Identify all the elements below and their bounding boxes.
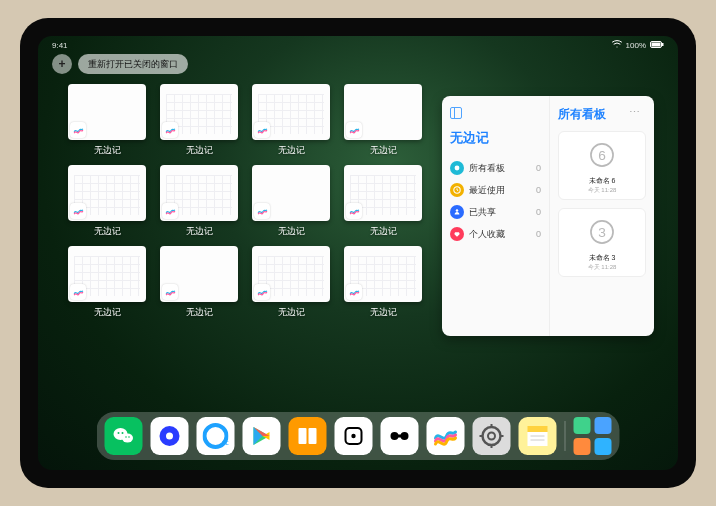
svg-point-17 bbox=[166, 433, 173, 440]
freeform-icon bbox=[254, 203, 270, 219]
svg-point-5 bbox=[456, 209, 459, 212]
battery-icon bbox=[650, 41, 664, 50]
window-preview bbox=[344, 84, 422, 140]
board-name: 未命名 3 bbox=[589, 253, 616, 263]
window-preview bbox=[252, 246, 330, 302]
window-thumbnail[interactable]: 无边记 bbox=[344, 165, 422, 238]
board-item[interactable]: 3 未命名 3 今天 11:28 bbox=[558, 208, 646, 277]
category-count: 0 bbox=[536, 207, 541, 217]
category-row[interactable]: 已共享 0 bbox=[450, 201, 541, 223]
dock-app-dice[interactable] bbox=[335, 417, 373, 455]
window-label: 无边记 bbox=[94, 144, 121, 157]
svg-text:HD: HD bbox=[222, 440, 229, 446]
window-thumbnail[interactable]: 无边记 bbox=[344, 84, 422, 157]
category-icon bbox=[450, 183, 464, 197]
window-thumbnail[interactable]: 无边记 bbox=[160, 246, 238, 319]
window-preview bbox=[160, 246, 238, 302]
dock-app-books[interactable] bbox=[289, 417, 327, 455]
dock-app-quark[interactable] bbox=[151, 417, 189, 455]
window-label: 无边记 bbox=[186, 306, 213, 319]
freeform-icon bbox=[346, 284, 362, 300]
window-thumbnail[interactable]: 无边记 bbox=[160, 165, 238, 238]
window-preview bbox=[252, 165, 330, 221]
svg-point-27 bbox=[483, 427, 501, 445]
window-thumbnail[interactable]: 无边记 bbox=[160, 84, 238, 157]
freeform-icon bbox=[162, 203, 178, 219]
category-label: 已共享 bbox=[469, 206, 496, 219]
window-thumbnail[interactable]: 无边记 bbox=[252, 84, 330, 157]
freeform-icon bbox=[346, 122, 362, 138]
board-item[interactable]: 6 未命名 6 今天 11:28 bbox=[558, 131, 646, 200]
dock-app-browser[interactable]: HD bbox=[197, 417, 235, 455]
category-label: 最近使用 bbox=[469, 184, 505, 197]
category-count: 0 bbox=[536, 163, 541, 173]
panel-title: 无边记 bbox=[450, 129, 541, 147]
dock-app-settings[interactable] bbox=[473, 417, 511, 455]
category-row[interactable]: 个人收藏 0 bbox=[450, 223, 541, 245]
open-windows-grid: 无边记 无边记 无边记 无边记 无边记 无边记 无边记 无边记 bbox=[68, 84, 428, 319]
board-meta: 今天 11:28 bbox=[588, 186, 617, 195]
category-label: 个人收藏 bbox=[469, 228, 505, 241]
svg-rect-34 bbox=[528, 432, 548, 446]
panel-boards: 所有看板 6 未命名 6 今天 11:28 3 未命名 3 今天 11:28 bbox=[550, 96, 654, 336]
status-time: 9:41 bbox=[52, 41, 68, 50]
dock-app-freeform[interactable] bbox=[427, 417, 465, 455]
svg-rect-1 bbox=[652, 42, 661, 46]
window-controls: + 重新打开已关闭的窗口 bbox=[52, 54, 188, 74]
svg-point-23 bbox=[351, 434, 355, 438]
freeform-icon bbox=[162, 284, 178, 300]
add-window-button[interactable]: + bbox=[52, 54, 72, 74]
freeform-icon bbox=[70, 122, 86, 138]
board-preview: 3 bbox=[578, 213, 626, 251]
category-row[interactable]: 所有看板 0 bbox=[450, 157, 541, 179]
window-preview bbox=[160, 165, 238, 221]
window-label: 无边记 bbox=[186, 144, 213, 157]
dock-app-play[interactable] bbox=[243, 417, 281, 455]
category-icon bbox=[450, 227, 464, 241]
category-label: 所有看板 bbox=[469, 162, 505, 175]
window-thumbnail[interactable]: 无边记 bbox=[252, 246, 330, 319]
category-row[interactable]: 最近使用 0 bbox=[450, 179, 541, 201]
dock-separator bbox=[565, 421, 566, 451]
dock-app-connect[interactable] bbox=[381, 417, 419, 455]
svg-point-13 bbox=[122, 432, 124, 434]
category-icon bbox=[450, 161, 464, 175]
svg-point-3 bbox=[455, 166, 460, 171]
more-options-icon[interactable]: ⋯ bbox=[629, 106, 641, 119]
window-thumbnail[interactable]: 无边记 bbox=[344, 246, 422, 319]
dock-app-wechat[interactable] bbox=[105, 417, 143, 455]
sidebar-toggle-icon[interactable] bbox=[450, 107, 462, 119]
svg-rect-20 bbox=[299, 428, 307, 444]
window-thumbnail[interactable]: 无边记 bbox=[252, 165, 330, 238]
ipad-device: 9:41 100% + 重新打开已关闭的窗口 无边记 bbox=[20, 18, 696, 488]
svg-text:6: 6 bbox=[598, 148, 606, 163]
svg-text:3: 3 bbox=[598, 225, 606, 240]
reopen-closed-button[interactable]: 重新打开已关闭的窗口 bbox=[78, 54, 188, 74]
window-preview bbox=[344, 246, 422, 302]
app-library-icon[interactable] bbox=[574, 417, 612, 455]
window-label: 无边记 bbox=[278, 144, 305, 157]
freeform-icon bbox=[70, 284, 86, 300]
freeform-icon bbox=[346, 203, 362, 219]
window-label: 无边记 bbox=[278, 306, 305, 319]
freeform-icon bbox=[162, 122, 178, 138]
freeform-icon bbox=[70, 203, 86, 219]
window-label: 无边记 bbox=[370, 306, 397, 319]
panel-categories: ⋯ 无边记 所有看板 0 最近使用 0 已共享 0 个人收藏 0 bbox=[442, 96, 550, 336]
dock-app-notes[interactable] bbox=[519, 417, 557, 455]
plus-icon: + bbox=[58, 57, 65, 71]
window-label: 无边记 bbox=[370, 225, 397, 238]
window-thumbnail[interactable]: 无边记 bbox=[68, 246, 146, 319]
board-preview: 6 bbox=[578, 136, 626, 174]
svg-rect-26 bbox=[395, 435, 405, 438]
dock: HD bbox=[97, 412, 620, 460]
window-label: 无边记 bbox=[186, 225, 213, 238]
freeform-icon bbox=[254, 284, 270, 300]
svg-rect-33 bbox=[528, 426, 548, 432]
category-count: 0 bbox=[536, 229, 541, 239]
window-label: 无边记 bbox=[278, 225, 305, 238]
window-thumbnail[interactable]: 无边记 bbox=[68, 84, 146, 157]
wifi-icon bbox=[612, 40, 622, 50]
window-thumbnail[interactable]: 无边记 bbox=[68, 165, 146, 238]
sidebar-panel: ⋯ 无边记 所有看板 0 最近使用 0 已共享 0 个人收藏 0 所有看板 bbox=[442, 96, 654, 336]
